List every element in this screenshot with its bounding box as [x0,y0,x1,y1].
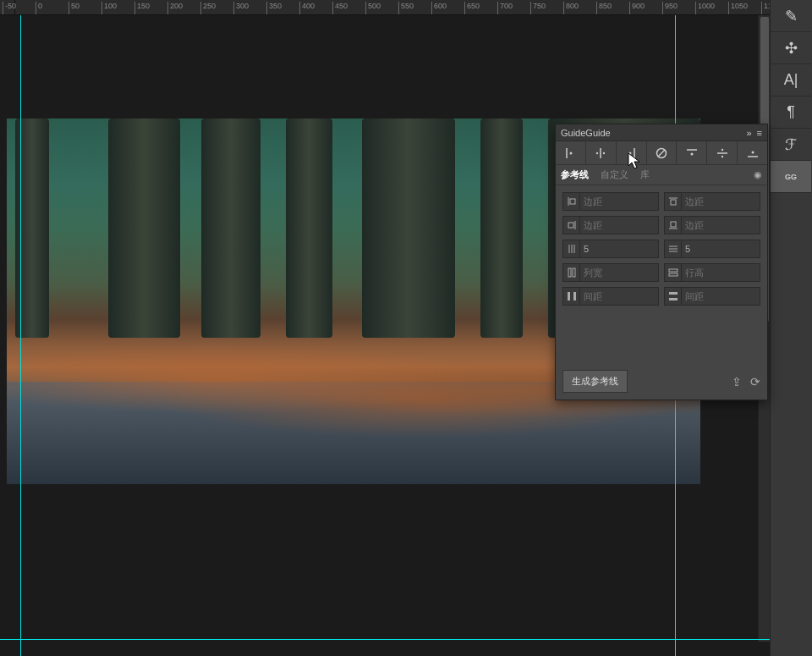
ruler-tick: 700 [497,2,513,15]
svg-rect-30 [568,268,571,277]
panel-tabs: 参考线 自定义 库 ◉ [556,165,767,185]
row-height-field[interactable] [664,263,760,282]
ruler-tick: 50 [69,2,80,15]
ruler-tick: 200 [167,2,183,15]
left-edge-icon[interactable] [556,141,586,164]
ruler-tick: 650 [464,2,480,15]
tab-custom[interactable]: 自定义 [601,168,628,181]
clear-guides-icon[interactable] [647,141,678,164]
gutter-vertical-input[interactable] [682,291,760,301]
guide-vertical[interactable] [20,15,21,656]
svg-rect-34 [568,292,570,300]
right-tool-column: ✎✣A|¶ℱGG [770,0,812,656]
svg-point-13 [721,155,723,157]
ruler-tick: 1000 [695,2,715,15]
column-width-icon [563,264,580,281]
save-preset-icon[interactable]: ⇪ [732,375,742,389]
ruler-tick: 900 [629,2,645,15]
svg-rect-33 [669,273,678,276]
margin-bottom-icon [665,217,682,234]
bottom-edge-icon[interactable] [738,141,767,164]
margin-left-input[interactable] [580,196,658,207]
margin-bottom-field[interactable] [664,216,760,234]
ruler-tick: 850 [596,2,612,15]
panel-footer: 生成参考线 ⇪ ⟳ [556,363,767,400]
ruler-tick: 1050 [728,2,748,15]
top-edge-icon[interactable] [677,141,707,164]
svg-rect-19 [671,200,676,205]
glyphs-panel-icon[interactable]: ℱ [771,129,811,161]
svg-rect-23 [671,222,676,227]
margin-top-input[interactable] [682,196,760,207]
ruler-tick: 550 [398,2,414,15]
rows-field[interactable] [664,240,760,258]
tab-guides[interactable]: 参考线 [561,168,589,181]
column-width-field[interactable] [562,263,659,282]
panel-header[interactable]: GuideGuide » ≡ [556,124,767,141]
gutter-horizontal-icon [563,288,580,305]
refresh-icon[interactable]: ⟳ [750,375,760,389]
guideguide-icon[interactable]: GG [771,161,811,193]
ruler-tick: 600 [431,2,447,15]
column-width-input[interactable] [580,267,658,278]
panel-menu-icon[interactable]: ≡ [757,128,762,138]
row-height-icon [665,264,682,281]
ruler-tick: 750 [530,2,546,15]
guide-horizontal[interactable] [0,639,770,640]
visibility-icon[interactable]: ◉ [754,169,762,180]
tab-library[interactable]: 库 [640,168,650,181]
ruler-tick: 500 [365,2,381,15]
horizontal-center-icon[interactable] [586,141,617,164]
columns-input[interactable] [580,244,658,254]
ruler-tick: 150 [134,2,150,15]
ruler-tick: -50 [3,2,16,15]
ruler-tick: 350 [266,2,282,15]
svg-rect-36 [669,292,678,295]
svg-point-10 [690,152,693,155]
ruler-tick: 300 [233,2,249,15]
gutter-vertical-field[interactable] [664,287,760,306]
brush-tool-icon[interactable]: ✎ [771,0,811,32]
margin-top-field[interactable] [664,192,760,211]
gutter-vertical-icon [665,288,682,305]
panel-body [556,185,767,312]
horizontal-ruler[interactable]: -500501001502002503003504004505005506006… [0,0,770,15]
generate-guides-button[interactable]: 生成参考线 [562,370,628,393]
ruler-tick: 100 [102,2,117,15]
svg-rect-31 [573,268,575,277]
margin-left-field[interactable] [562,192,659,211]
svg-point-4 [603,152,605,153]
margin-top-icon [665,193,682,210]
rows-icon [665,240,682,257]
ruler-tick: 800 [563,2,579,15]
svg-rect-17 [570,199,575,204]
svg-rect-35 [573,292,576,300]
columns-field[interactable] [562,240,659,258]
adjustments-icon[interactable]: ✣ [771,32,811,64]
svg-line-8 [658,150,665,157]
character-panel-icon[interactable]: A| [771,64,811,96]
vertical-center-icon[interactable] [707,141,738,164]
margin-right-input[interactable] [580,220,658,230]
right-edge-icon[interactable] [617,141,647,164]
margin-bottom-input[interactable] [682,220,760,230]
gutter-horizontal-field[interactable] [562,287,659,306]
margin-right-icon [563,217,580,234]
svg-rect-21 [568,223,573,228]
ruler-tick: 250 [200,2,216,15]
collapse-icon[interactable]: » [746,128,751,138]
row-height-input[interactable] [682,267,760,278]
svg-point-1 [570,152,573,154]
ruler-tick: 0 [36,2,42,15]
guideguide-panel: GuideGuide » ≡ 参考线 自定义 库 ◉ [555,124,768,400]
svg-point-15 [751,151,754,153]
rows-input[interactable] [682,244,760,254]
margin-right-field[interactable] [562,216,659,234]
gutter-horizontal-input[interactable] [580,291,658,301]
columns-icon [563,240,580,257]
panel-title: GuideGuide [561,128,746,138]
paragraph-panel-icon[interactable]: ¶ [771,96,811,129]
svg-rect-37 [669,298,678,300]
svg-point-12 [721,148,723,150]
ruler-tick: 450 [332,2,348,15]
